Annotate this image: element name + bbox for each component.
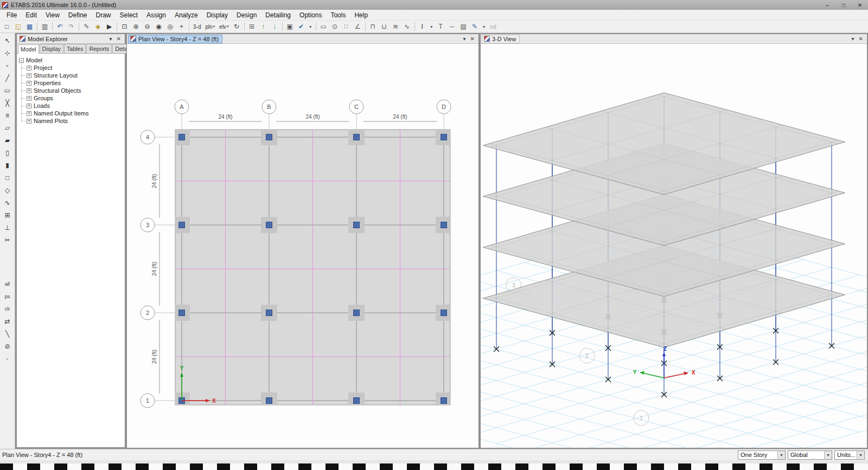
run-analysis-button[interactable]: ▶ — [104, 22, 114, 32]
draw-grid-button[interactable]: ⊞ — [2, 209, 13, 221]
edit-grid-button[interactable]: ⊞ — [247, 22, 257, 32]
section-designer-button[interactable]: I — [417, 22, 427, 32]
tree-item-named-output-items[interactable]: +Named Output Items — [27, 110, 125, 117]
story-range-selector[interactable]: One Story▾ — [738, 450, 786, 460]
menu-edit[interactable]: Edit — [21, 10, 41, 20]
snap-to-grid-button[interactable]: ∷ — [341, 22, 352, 32]
pen-style-button[interactable]: ✎ — [470, 22, 480, 32]
view-3d-tab[interactable]: 3-D View — [482, 35, 520, 43]
menu-analyze[interactable]: Analyze — [170, 10, 202, 20]
assign-frame-button[interactable]: ⊓ — [368, 22, 378, 32]
coordinate-system-selector[interactable]: Global▾ — [788, 450, 832, 460]
view3d-window-close-icon[interactable]: ✕ — [859, 36, 863, 42]
previous-selection-button[interactable]: ps — [2, 291, 13, 302]
save-model-button[interactable]: ▦ — [24, 22, 35, 32]
more-options-dropdown[interactable]: ▾ — [481, 22, 487, 32]
tree-expand-box[interactable]: + — [27, 96, 31, 101]
draw-joint-button[interactable]: ▫ — [2, 60, 13, 71]
menu-options[interactable]: Options — [295, 10, 326, 20]
snap-midpoint-button[interactable]: ◦ — [2, 353, 13, 364]
close-button[interactable]: ✕ — [852, 0, 868, 10]
display-options-dropdown[interactable]: ▾ — [308, 22, 314, 32]
tree-expand-box[interactable]: + — [27, 104, 31, 108]
zoom-in-button[interactable]: ⊕ — [131, 22, 141, 32]
undo-button[interactable]: ↶ — [55, 22, 65, 32]
lock-model-button[interactable]: ◈ — [93, 22, 103, 32]
maximize-button[interactable]: □ — [835, 0, 852, 10]
draw-frame-button[interactable]: ╱ — [2, 72, 13, 83]
menu-assign[interactable]: Assign — [142, 10, 170, 20]
menu-detailing[interactable]: Detailing — [261, 10, 295, 20]
draw-floor-button[interactable]: ▱ — [2, 122, 13, 133]
set-display-options-button[interactable]: ✔ — [296, 22, 307, 32]
quick-draw-wall-button[interactable]: ▮ — [2, 159, 13, 171]
tree-expand-box[interactable]: + — [27, 111, 31, 116]
move-up-one-story-button[interactable]: ↑ — [258, 22, 269, 32]
draw-rect-area-button[interactable]: □ — [2, 172, 13, 183]
explorer-tab-tables[interactable]: Tables — [64, 44, 86, 53]
pan-button[interactable]: + — [176, 22, 187, 32]
plan-drawing[interactable]: 24 (ft)24 (ft)24 (ft)24 (ft)24 (ft)24 (f… — [127, 44, 478, 448]
tree-expand-box[interactable]: + — [27, 88, 31, 93]
quick-draw-frame-button[interactable]: ▭ — [2, 85, 13, 96]
quick-draw-floor-button[interactable]: ▰ — [2, 134, 13, 146]
tree-item-groups[interactable]: +Groups — [27, 94, 125, 102]
tree-expand-box[interactable]: + — [27, 66, 31, 70]
tree-item-structure-layout[interactable]: +Structure Layout — [27, 72, 125, 79]
menu-define[interactable]: Define — [64, 10, 92, 20]
explorer-tab-display[interactable]: Display — [40, 44, 63, 53]
draw-links-button[interactable]: ∿ — [2, 197, 13, 208]
move-down-one-story-button[interactable]: ↓ — [270, 22, 280, 32]
menu-file[interactable]: File — [2, 10, 21, 20]
open-model-button[interactable]: ◱ — [13, 22, 23, 32]
menu-design[interactable]: Design — [232, 10, 261, 20]
tree-root-model[interactable]: −Model — [19, 56, 125, 64]
select-all-button[interactable]: all — [2, 278, 13, 289]
draw-wall-button[interactable]: ▯ — [2, 147, 13, 158]
plan-window-menu-chevron-icon[interactable]: ▾ — [463, 36, 466, 42]
zoom-out-button[interactable]: ⊖ — [142, 22, 152, 32]
view3d-window-menu-chevron-icon[interactable]: ▾ — [852, 36, 854, 42]
zoom-rubber-band-button[interactable]: ⊡ — [119, 22, 130, 32]
tree-expand-box[interactable]: + — [27, 119, 31, 124]
view-3d-drawing[interactable]: 123ZXY — [481, 44, 867, 448]
tree-item-named-plots[interactable]: +Named Plots — [27, 117, 125, 125]
menu-display[interactable]: Display — [202, 10, 232, 20]
view-3d-button[interactable]: 3-d — [192, 22, 202, 32]
text-style-button[interactable]: T — [436, 22, 446, 32]
snap-to-angle-button[interactable]: ∠ — [353, 22, 363, 32]
show-load-display-button[interactable]: ∿ — [402, 22, 412, 32]
draw-rectangle-mode-button[interactable]: ▭ — [318, 22, 329, 32]
tree-item-structural-objects[interactable]: +Structural Objects — [27, 87, 125, 94]
invert-selection-button[interactable]: ⇄ — [2, 316, 13, 327]
clear-selection-button[interactable]: clr — [2, 303, 13, 314]
intersecting-line-select-button[interactable]: ╲ — [2, 328, 13, 339]
explorer-close-icon[interactable]: ✕ — [117, 36, 121, 42]
view-elevation-button[interactable]: elv▾ — [218, 22, 230, 32]
section-dropdown[interactable]: ▾ — [429, 22, 435, 32]
show-deformed-shape-button[interactable]: ≋ — [391, 22, 401, 32]
print-button[interactable]: ▥ — [40, 22, 50, 32]
menu-draw[interactable]: Draw — [92, 10, 116, 20]
tree-item-loads[interactable]: +Loads — [27, 102, 125, 110]
zoom-full-view-button[interactable]: ◉ — [154, 22, 164, 32]
fill-style-button[interactable]: ▤ — [458, 22, 469, 32]
view-plan-button[interactable]: pln▾ — [203, 22, 216, 32]
menu-select[interactable]: Select — [116, 10, 142, 20]
minimize-button[interactable]: – — [819, 0, 835, 10]
plan-window-close-icon[interactable]: ✕ — [470, 36, 475, 42]
reshape-object-button[interactable]: ⊹ — [2, 47, 13, 59]
quick-draw-secondary-beams-button[interactable]: ≡ — [2, 110, 13, 121]
explorer-tab-reports[interactable]: Reports — [86, 44, 112, 53]
tree-item-project[interactable]: +Project — [27, 64, 125, 72]
tree-expand-box[interactable]: + — [27, 81, 31, 86]
assign-shell-button[interactable]: ⊔ — [379, 22, 390, 32]
deselect-button[interactable]: ⊘ — [2, 340, 13, 352]
zoom-previous-button[interactable]: ◎ — [165, 22, 175, 32]
tree-item-properties[interactable]: +Properties — [27, 79, 125, 87]
quick-draw-braces-button[interactable]: ╳ — [2, 97, 13, 108]
tree-expand-box[interactable]: + — [27, 73, 31, 78]
explorer-tab-model[interactable]: Model — [18, 44, 39, 54]
menu-view[interactable]: View — [41, 10, 64, 20]
select-pointer-button[interactable]: ↖ — [2, 35, 13, 46]
